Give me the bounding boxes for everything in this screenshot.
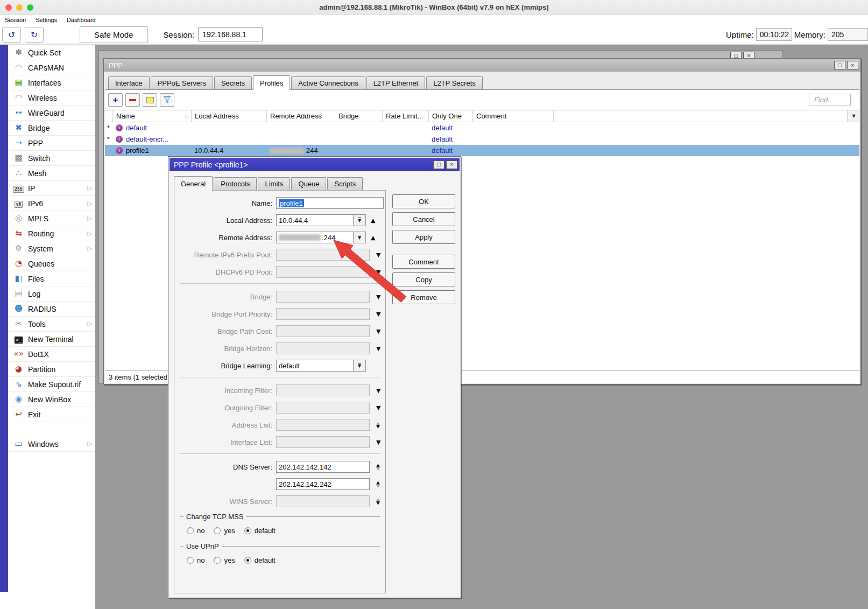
- ppp-tab-active-connections[interactable]: Active Connections: [291, 76, 365, 89]
- sidebar-item-ip[interactable]: 255IP▷: [8, 181, 95, 196]
- comment-toolbar-button[interactable]: [143, 93, 157, 107]
- close-window-icon[interactable]: [5, 4, 12, 11]
- sidebar-item-queues[interactable]: ◔Queues: [8, 256, 95, 271]
- dropdown-arrow-icon[interactable]: ▼: [376, 345, 380, 352]
- field-dhcpv6-pd-pool-input[interactable]: [276, 266, 370, 278]
- sidebar-item-interfaces[interactable]: ▦Interfaces: [8, 75, 95, 90]
- ppp-tab-profiles[interactable]: Profiles: [253, 75, 290, 90]
- field-bridge-learning-input[interactable]: default: [276, 360, 354, 372]
- dropdown-arrow-icon[interactable]: ▼: [376, 439, 380, 446]
- remove-button[interactable]: [125, 93, 140, 107]
- sidebar-item-dot1x[interactable]: «»Dot1X: [8, 347, 95, 362]
- sidebar-item-switch[interactable]: ▩Switch: [8, 151, 95, 166]
- spinner-down-icon[interactable]: ▼: [376, 425, 380, 429]
- safe-mode-button[interactable]: Safe Mode: [80, 26, 148, 43]
- dropdown-arrow-icon[interactable]: ▼: [376, 311, 380, 318]
- radio-change-tcp-mss-no[interactable]: no: [187, 527, 204, 535]
- ppp-tab-interface[interactable]: Interface: [108, 76, 150, 89]
- dropdown-load-button[interactable]: ▼: [354, 214, 366, 226]
- sidebar-item-windows[interactable]: ▭Windows▷: [8, 437, 95, 452]
- dropdown-arrow-icon[interactable]: ▼: [376, 293, 380, 300]
- field-name-input[interactable]: profile1: [276, 197, 384, 209]
- redo-button[interactable]: ↻: [25, 27, 44, 43]
- sidebar-item-files[interactable]: ◧Files: [8, 271, 95, 286]
- column-header-comment[interactable]: Comment: [472, 110, 553, 122]
- spinner-down-icon[interactable]: ▼: [376, 501, 380, 505]
- radio-change-tcp-mss-yes[interactable]: yes: [214, 527, 235, 535]
- dialog-maximize-icon[interactable]: ▢: [433, 160, 444, 169]
- ppp-tab-l2tp-secrets[interactable]: L2TP Secrets: [426, 76, 483, 89]
- sidebar-item-make-supout-rif[interactable]: ⇘Make Supout.rif: [8, 377, 95, 392]
- sidebar-item-system[interactable]: ⚙System▷: [8, 241, 95, 256]
- dropdown-arrow-icon[interactable]: ▼: [376, 328, 380, 335]
- apply-button[interactable]: Apply: [392, 230, 455, 244]
- spinner-arrows[interactable]: ▲▼: [376, 498, 380, 505]
- dialog-tab-scripts[interactable]: Scripts: [327, 177, 363, 190]
- dialog-tab-general[interactable]: General: [174, 176, 213, 191]
- ppp-maximize-icon[interactable]: ▢: [834, 61, 845, 69]
- ppp-window-titlebar[interactable]: PPP ▢ ×: [104, 59, 860, 72]
- collapse-up-icon[interactable]: ▲: [371, 217, 375, 224]
- field-dns-server-input[interactable]: 202.142.142.142: [276, 461, 370, 473]
- sidebar-item-mesh[interactable]: ∴Mesh: [8, 166, 95, 181]
- field-remote-address-input[interactable]: .244: [276, 232, 354, 243]
- sidebar-item-exit[interactable]: ↩Exit: [8, 407, 95, 422]
- dropdown-arrow-icon[interactable]: ▼: [376, 269, 380, 276]
- dropdown-load-button[interactable]: ▼: [354, 360, 366, 372]
- sidebar-item-wireless[interactable]: ◠Wireless: [8, 90, 95, 106]
- radio-change-tcp-mss-default[interactable]: default: [244, 527, 276, 535]
- column-header-rate-limit[interactable]: Rate Limit...: [382, 110, 428, 122]
- field-bridge-horizon-input[interactable]: [276, 342, 370, 354]
- collapse-up-icon[interactable]: ▲: [371, 234, 375, 241]
- sidebar-item-radius[interactable]: ☻RADIUS: [8, 302, 95, 317]
- ok-button[interactable]: OK: [392, 194, 455, 208]
- sidebar-item-ipv6[interactable]: v6IPv6▷: [8, 196, 95, 211]
- field-incoming-filter-input[interactable]: [276, 384, 370, 396]
- column-header-name[interactable]: Name△: [112, 110, 191, 122]
- dropdown-arrow-icon[interactable]: ▼: [376, 404, 380, 411]
- spinner-arrows[interactable]: ▲▼: [376, 481, 380, 488]
- sidebar-item-new-terminal[interactable]: >_New Terminal: [8, 332, 95, 347]
- sidebar-item-wireguard[interactable]: ↔WireGuard: [8, 106, 95, 121]
- spinner-down-icon[interactable]: ▼: [376, 484, 380, 488]
- field-bridge-input[interactable]: [276, 291, 370, 303]
- field-address-list-input[interactable]: [276, 419, 370, 431]
- table-row-default-encr[interactable]: *idefault-encr...default: [105, 134, 859, 145]
- spinner-arrows[interactable]: ▲▼: [376, 464, 380, 471]
- dropdown-arrow-icon[interactable]: ▼: [376, 387, 380, 394]
- ppp-close-icon[interactable]: ×: [847, 61, 858, 69]
- dropdown-load-button[interactable]: ▼: [354, 232, 366, 243]
- remove-button[interactable]: Remove: [392, 290, 455, 304]
- dialog-tab-queue[interactable]: Queue: [291, 177, 326, 190]
- column-header-local-address[interactable]: Local Address: [191, 110, 266, 122]
- copy-button[interactable]: Copy: [392, 272, 455, 286]
- field-interface-list-input[interactable]: [276, 436, 370, 448]
- table-row-default[interactable]: *idefaultdefault: [105, 122, 859, 134]
- undo-button[interactable]: ↺: [2, 27, 21, 43]
- field-wins-server-input[interactable]: [276, 495, 370, 507]
- sidebar-item-quick-set[interactable]: ✽Quick Set: [8, 45, 95, 60]
- field-remote-ipv6-prefix-pool-input[interactable]: [276, 249, 370, 261]
- sidebar-item-new-winbox[interactable]: ◉New WinBox: [8, 392, 95, 407]
- column-header-remote-address[interactable]: Remote Address: [266, 110, 335, 122]
- sidebar-item-capsman[interactable]: ◠CAPsMAN: [8, 60, 95, 75]
- add-button[interactable]: +: [108, 93, 123, 107]
- field-outgoing-filter-input[interactable]: [276, 402, 370, 414]
- field-dns-server-2-input[interactable]: 202.142.142.242: [276, 478, 370, 490]
- cancel-button[interactable]: Cancel: [392, 212, 455, 226]
- sidebar-item-routing[interactable]: ⇆Routing▷: [8, 226, 95, 241]
- dialog-tab-protocols[interactable]: Protocols: [214, 177, 257, 190]
- zoom-window-icon[interactable]: [27, 4, 33, 11]
- ppp-tab-pppoe-servers[interactable]: PPPoE Servers: [151, 76, 213, 89]
- dialog-close-icon[interactable]: ×: [446, 160, 457, 169]
- filter-button[interactable]: [160, 93, 174, 107]
- field-bridge-path-cost-input[interactable]: [276, 325, 370, 337]
- sidebar-item-tools[interactable]: ✂Tools▷: [8, 317, 95, 332]
- column-header-bridge[interactable]: Bridge: [335, 110, 382, 122]
- field-bridge-port-priority-input[interactable]: [276, 308, 370, 320]
- find-input[interactable]: Find: [809, 94, 851, 106]
- field-local-address-input[interactable]: 10.0.44.4: [276, 214, 354, 226]
- column-header-only-one[interactable]: Only One: [428, 110, 472, 122]
- radio-use-upnp-yes[interactable]: yes: [214, 556, 235, 564]
- column-chooser-button[interactable]: ▼: [848, 110, 859, 122]
